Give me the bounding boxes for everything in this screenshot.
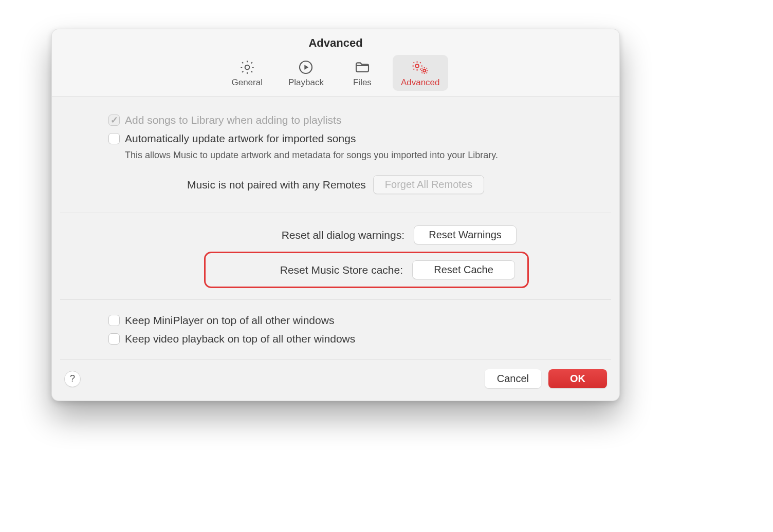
tab-bar: General Playback Files (52, 53, 619, 97)
window-title: Advanced (52, 29, 619, 53)
forget-remotes-button: Forget All Remotes (373, 175, 484, 194)
reset-cache-highlight: Reset Music Store cache: Reset Cache (204, 252, 529, 288)
folder-icon (353, 58, 372, 77)
help-button[interactable]: ? (64, 371, 81, 387)
remote-status-text: Music is not paired with any Remotes (187, 179, 366, 191)
content-area: ✓ Add songs to Library when adding to pl… (52, 97, 619, 401)
keep-miniplayer-label: Keep MiniPlayer on top of all other wind… (125, 313, 334, 328)
tab-label: Advanced (401, 78, 440, 88)
auto-artwork-label: Automatically update artwork for importe… (125, 131, 356, 146)
tab-label: Files (353, 78, 372, 88)
tab-files[interactable]: Files (341, 55, 383, 91)
add-to-library-label: Add songs to Library when adding to play… (125, 113, 341, 127)
tab-playback[interactable]: Playback (280, 55, 332, 91)
tab-general[interactable]: General (223, 55, 270, 91)
keep-miniplayer-checkbox[interactable] (108, 315, 120, 326)
play-circle-icon (297, 58, 315, 77)
preferences-window: Advanced General Playback (51, 29, 620, 401)
cancel-button[interactable]: Cancel (485, 369, 541, 388)
auto-artwork-helper: This allows Music to update artwork and … (125, 150, 563, 161)
reset-warnings-label: Reset all dialog warnings: (282, 229, 404, 241)
svg-point-0 (245, 65, 249, 70)
add-to-library-checkbox: ✓ (108, 115, 120, 126)
keep-video-label: Keep video playback on top of all other … (125, 332, 355, 346)
tab-advanced[interactable]: Advanced (393, 55, 448, 91)
double-gear-icon (411, 58, 430, 77)
tab-label: Playback (288, 78, 324, 88)
reset-warnings-button[interactable]: Reset Warnings (414, 225, 517, 244)
keep-video-checkbox[interactable] (108, 333, 120, 345)
reset-cache-label: Reset Music Store cache: (280, 264, 403, 276)
svg-point-3 (423, 69, 426, 72)
svg-point-2 (415, 64, 419, 68)
tab-label: General (231, 78, 262, 88)
checkmark-icon: ✓ (111, 115, 118, 126)
reset-cache-button[interactable]: Reset Cache (412, 260, 515, 279)
gear-icon (238, 58, 256, 77)
ok-button[interactable]: OK (548, 369, 607, 388)
auto-artwork-checkbox[interactable] (108, 133, 120, 144)
